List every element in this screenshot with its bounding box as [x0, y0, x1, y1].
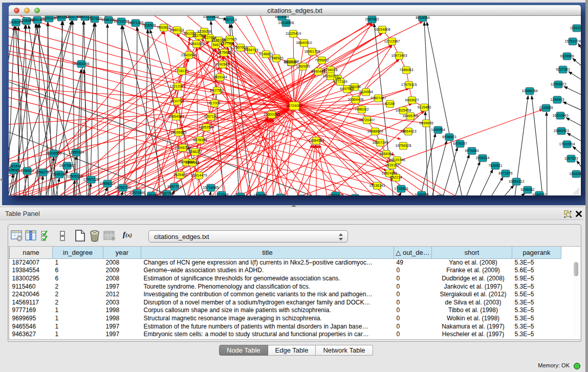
svg-text:12093872: 12093872	[550, 82, 566, 86]
svg-text:1509954: 1509954	[253, 193, 267, 195]
svg-text:16961758: 16961758	[304, 50, 320, 53]
svg-text:7857214: 7857214	[223, 18, 236, 21]
svg-text:10688609: 10688609	[367, 129, 383, 133]
svg-text:18640910: 18640910	[296, 41, 312, 45]
svg-text:12942757: 12942757	[35, 170, 51, 174]
svg-text:7632621: 7632621	[488, 164, 502, 167]
svg-text:15136141: 15136141	[369, 184, 385, 187]
svg-text:9084067: 9084067	[379, 152, 393, 156]
svg-text:2933114: 2933114	[476, 156, 490, 160]
svg-text:18724007: 18724007	[286, 104, 302, 107]
svg-text:16210643: 16210643	[552, 114, 568, 117]
svg-text:17975115: 17975115	[401, 83, 417, 86]
svg-text:8471876: 8471876	[498, 171, 512, 175]
svg-text:12923446: 12923446	[129, 191, 145, 194]
svg-text:1615152: 1615152	[385, 163, 399, 167]
svg-text:10719155: 10719155	[113, 19, 129, 23]
svg-text:19384554: 19384554	[308, 139, 324, 142]
svg-text:546: 546	[212, 43, 219, 47]
svg-text:20206556: 20206556	[46, 151, 61, 155]
svg-text:9327598: 9327598	[220, 41, 234, 45]
svg-text:9329906: 9329906	[560, 54, 574, 58]
svg-text:10648784: 10648784	[521, 89, 537, 93]
svg-text:8813054: 8813054	[416, 16, 429, 19]
svg-text:15716485: 15716485	[203, 186, 219, 189]
svg-text:18807249: 18807249	[372, 141, 388, 144]
svg-text:10958107: 10958107	[99, 182, 115, 185]
svg-text:16671365: 16671365	[127, 21, 143, 25]
svg-text:9227343: 9227343	[556, 68, 570, 71]
svg-text:6794028: 6794028	[323, 68, 337, 72]
svg-text:15751074: 15751074	[564, 39, 580, 43]
svg-text:7986322: 7986322	[355, 107, 368, 111]
svg-text:1588520: 1588520	[269, 56, 283, 60]
svg-text:16120746: 16120746	[389, 158, 405, 162]
svg-text:1151074: 1151074	[570, 26, 581, 30]
svg-text:4435061: 4435061	[9, 168, 20, 172]
svg-text:16154808: 16154808	[374, 28, 390, 31]
svg-text:19975867: 19975867	[59, 164, 75, 167]
svg-text:1167533: 1167533	[564, 157, 578, 160]
svg-text:1145194: 1145194	[53, 172, 67, 176]
svg-text:417006: 417006	[208, 101, 220, 105]
svg-text:1292344: 1292344	[144, 193, 158, 195]
svg-text:8660124: 8660124	[170, 28, 184, 32]
svg-text:16495796: 16495796	[402, 114, 418, 118]
svg-text:17957225: 17957225	[83, 178, 99, 181]
svg-text:25300265: 25300265	[264, 113, 279, 116]
svg-text:8878354: 8878354	[193, 138, 207, 142]
svg-text:20053346: 20053346	[73, 62, 89, 65]
svg-text:12213967: 12213967	[384, 39, 400, 43]
svg-text:5875685: 5875685	[217, 51, 231, 54]
svg-text:7485063: 7485063	[399, 68, 413, 72]
svg-text:10807487: 10807487	[370, 96, 386, 100]
svg-text:10046788: 10046788	[175, 146, 190, 149]
svg-text:1609948: 1609948	[185, 161, 199, 164]
svg-text:9463627: 9463627	[405, 98, 419, 102]
svg-text:1527602: 1527602	[88, 17, 101, 20]
svg-text:9657791: 9657791	[160, 192, 173, 195]
svg-text:1440954: 1440954	[431, 128, 445, 132]
svg-text:7515526: 7515526	[142, 24, 156, 27]
svg-text:16914479: 16914479	[191, 173, 207, 177]
svg-text:10543362: 10543362	[188, 42, 204, 46]
svg-text:9657791: 9657791	[167, 185, 181, 188]
svg-text:1571648: 1571648	[214, 193, 228, 195]
svg-text:12505135: 12505135	[67, 174, 82, 178]
svg-text:15720407: 15720407	[359, 118, 375, 122]
svg-text:8454749: 8454749	[244, 48, 258, 52]
svg-text:8813054: 8813054	[275, 16, 289, 18]
svg-text:23420046: 23420046	[181, 53, 197, 57]
svg-text:8938923: 8938923	[442, 135, 456, 139]
svg-text:7955812: 7955812	[315, 58, 329, 62]
svg-text:10973493: 10973493	[391, 54, 407, 57]
svg-text:9245052: 9245052	[415, 193, 428, 195]
svg-text:9245052: 9245052	[520, 188, 534, 191]
svg-text:19166825: 19166825	[170, 130, 186, 134]
svg-text:3498222: 3498222	[188, 150, 202, 154]
svg-text:0899695: 0899695	[419, 121, 433, 125]
svg-text:19654983: 19654983	[168, 115, 184, 118]
svg-text:16782759: 16782759	[115, 186, 130, 189]
svg-text:13654923: 13654923	[400, 129, 416, 133]
svg-text:19756928: 19756928	[395, 144, 411, 147]
svg-text:62160: 62160	[385, 102, 395, 105]
svg-text:8427552: 8427552	[210, 89, 224, 92]
svg-text:17010504: 17010504	[559, 142, 575, 146]
svg-text:19218506: 19218506	[278, 21, 294, 25]
svg-text:1362615: 1362615	[296, 64, 310, 68]
svg-text:252214: 252214	[390, 176, 402, 179]
svg-text:13353594: 13353594	[198, 125, 214, 129]
svg-text:9115460: 9115460	[418, 105, 431, 109]
svg-text:3624554: 3624554	[359, 90, 373, 94]
svg-text:12213343: 12213343	[169, 84, 185, 88]
svg-text:12923446: 12923446	[328, 193, 343, 195]
svg-text:13524851: 13524851	[381, 171, 397, 175]
svg-text:3215955: 3215955	[539, 106, 553, 110]
svg-text:9245052: 9245052	[532, 193, 546, 195]
svg-text:1244415: 1244415	[550, 98, 564, 101]
svg-text:10654112: 10654112	[509, 180, 525, 183]
svg-text:10025458: 10025458	[395, 108, 411, 112]
svg-text:18220357: 18220357	[283, 60, 299, 63]
svg-text:1733426: 1733426	[394, 187, 408, 190]
